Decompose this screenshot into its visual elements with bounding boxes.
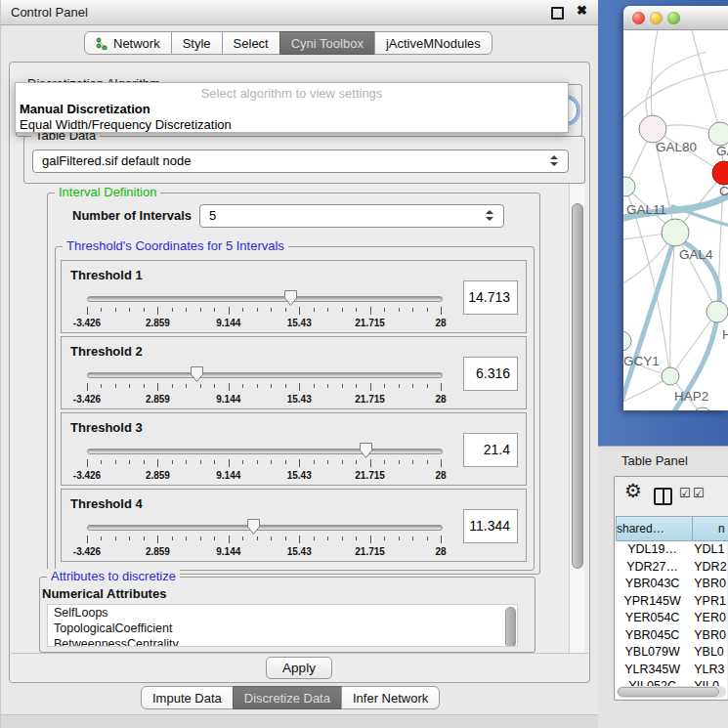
table-horizontal-scrollbar[interactable] [617,686,726,698]
tab-label: Discretize Data [244,691,330,706]
threshold-value-field[interactable]: 11.344 [463,509,518,543]
slider-thumb[interactable] [359,442,373,459]
tab-cyni-toolbox[interactable]: Cyni Toolbox [279,31,375,55]
table-cell[interactable]: YBR045C [616,627,689,645]
zoom-traffic-light-icon[interactable] [667,12,680,24]
close-traffic-light-icon[interactable] [632,12,645,24]
table-row[interactable]: YPR145WYPR1 [616,593,727,611]
table-cell[interactable]: YLR3 [689,662,727,679]
apply-button[interactable]: Apply [266,657,332,679]
threshold-value-field[interactable]: 6.316 [463,357,518,391]
slider-tick [342,460,343,464]
slider-tick [229,535,230,543]
float-window-icon[interactable] [551,7,564,20]
table-cell[interactable]: YDR2 [689,559,727,577]
popup-option-manual-discretization[interactable]: Manual Discretization [16,102,568,117]
settings-scrollbar-thumb[interactable] [572,203,583,569]
table-row[interactable]: YDR27…YDR2 [616,559,727,577]
tab-label: Network [113,36,160,51]
table-row[interactable]: YBR045CYBR0 [616,627,727,645]
table-cell[interactable]: YLR345W [616,662,689,679]
slider-scale-label: 15.43 [287,470,312,481]
slider-track[interactable] [87,449,443,454]
table-cell[interactable]: YDR27… [616,559,689,577]
network-graph: GAL80GACGAL11GAL4GCY1HHAP2 [623,30,728,410]
network-node-gcy1[interactable] [623,331,631,351]
tab-label: jActiveMNodules [386,36,481,51]
network-node-gal80[interactable] [639,115,666,143]
threshold-slider[interactable]: -3.4262.8599.14415.4321.71528 [87,294,441,331]
table-row[interactable]: YLR345WYLR3 [616,662,727,679]
table-row[interactable]: YER054CYER0 [616,610,727,627]
minimize-traffic-light-icon[interactable] [650,12,663,24]
network-node-node-top-right[interactable] [708,122,728,146]
table-cell[interactable]: YBR0 [689,627,727,645]
table-cell[interactable]: YDL1 [689,541,727,559]
table-row[interactable]: YDL19…YDL1 [616,541,727,559]
slider-tick [356,384,357,388]
table-row[interactable]: YBR043CYBR0 [616,576,727,593]
number-of-intervals-combobox[interactable]: 5 [199,204,504,228]
table-row[interactable]: YBL079WYBL0 [616,644,727,662]
network-node-node-h[interactable] [707,301,728,322]
slider-tick [87,459,88,467]
table-cell[interactable]: YDL19… [616,541,689,559]
network-node-node-red[interactable] [712,161,728,185]
tab-style[interactable]: Style [171,31,223,55]
slider-tick [214,308,215,312]
slider-tick [242,308,243,312]
cyni-toolbox-panel: Discretization Algorithm Select algorith… [9,62,590,683]
slider-tick [229,307,230,315]
tab-discretize-data[interactable]: Discretize Data [233,686,342,709]
slider-thumb[interactable] [283,289,298,307]
close-icon[interactable]: ✖ [577,3,587,18]
tab-infer-network[interactable]: Infer Network [341,686,440,709]
interval-definition-title: Interval Definition [55,185,160,200]
table-cell[interactable]: YER0 [689,610,727,627]
table-cell[interactable]: YPR1 [689,593,727,611]
table-cell[interactable]: YPR145W [616,593,689,611]
slider-tick [87,383,88,391]
gear-icon[interactable]: ⚙ [624,479,642,502]
slider-thumb[interactable] [246,518,261,535]
slider-track[interactable] [87,296,443,302]
tab-impute-data[interactable]: Impute Data [141,686,234,709]
checkbox-checked-icon[interactable]: ☑ [679,486,691,500]
slider-thumb[interactable] [190,365,204,383]
table-cell[interactable]: YER054C [616,610,689,627]
threshold-value-field[interactable]: 14.713 [463,280,518,315]
split-columns-icon[interactable] [654,488,672,505]
threshold-value-field[interactable]: 21.4 [463,433,518,467]
attribute-item-selfloops[interactable]: SelfLoops [48,605,517,621]
tab-jactivemnodules[interactable]: jActiveMNodules [374,31,492,55]
slider-track[interactable] [87,372,443,378]
network-canvas[interactable]: GAL80GACGAL11GAL4GCY1HHAP2 [623,30,728,410]
attribute-item-betweennesscentrality[interactable]: BetweennessCentrality [48,636,517,647]
checkbox-checked-icon[interactable]: ☑ [693,486,705,500]
settings-scrollbar[interactable] [569,184,584,653]
list-scrollbar-thumb[interactable] [505,607,516,647]
table-horizontal-scrollbar-thumb[interactable] [618,687,719,697]
column-header-1[interactable]: shared… [616,516,693,541]
tab-network[interactable]: Network [84,31,172,55]
threshold-label: Threshold 4 [70,496,143,511]
table-cell[interactable]: YBL079W [616,644,689,662]
threshold-slider[interactable]: -3.4262.8599.14415.4321.71528 [87,523,441,560]
popup-option-equal-width-frequency-discretization[interactable]: Equal Width/Frequency Discretization [16,117,568,133]
column-header-2[interactable]: n [692,516,728,541]
table-cell[interactable]: YBL0 [689,644,727,662]
slider-tick [314,536,315,540]
table-data-combobox[interactable]: galFiltered.sif default node [32,150,569,173]
slider-tick [384,460,385,464]
network-node-gal4[interactable] [662,219,689,246]
threshold-slider[interactable]: -3.4262.8599.14415.4321.71528 [87,447,441,484]
slider-tick [257,460,258,464]
attribute-item-topologicalcoefficient[interactable]: TopologicalCoefficient [48,621,517,636]
numerical-attributes-list[interactable]: SelfLoopsTopologicalCoefficientBetweenne… [47,604,518,647]
slider-track[interactable] [87,525,443,531]
tab-select[interactable]: Select [222,31,280,55]
network-node-hap2[interactable] [662,367,679,385]
table-cell[interactable]: YBR043C [616,576,689,593]
table-cell[interactable]: YBR0 [689,576,727,593]
threshold-slider[interactable]: -3.4262.8599.14415.4321.71528 [87,370,441,407]
